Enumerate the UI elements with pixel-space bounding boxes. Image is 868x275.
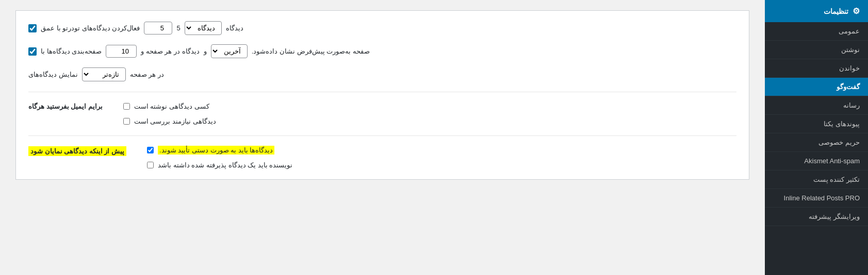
author-approved-row: نویسنده باید یک دیدگاه پذیرفته شده داشته… [147, 161, 292, 169]
paginate-order-select[interactable]: آخرین اول [211, 44, 248, 58]
nested-comments-label: دیدگاه [226, 24, 243, 32]
moderation-checkboxes: دیدگاه‌ها باید به صورت دستی تأیید شوند. … [147, 146, 292, 169]
display-label: نمایش دیدگاه‌های [28, 71, 78, 78]
sidebar-item-writing[interactable]: نوشتن [765, 41, 868, 59]
someone-posts-checkbox[interactable] [123, 103, 130, 110]
paginate-suffix: صفحه به‌صورت پیش‌فرض نشان داده‌شود. [252, 47, 370, 55]
sidebar-item-permalinks[interactable]: پیوندهای یکتا [765, 115, 868, 133]
paginate-and: و [204, 47, 207, 55]
someone-posts-label: کسی دیدگاهی نوشته است [134, 102, 209, 110]
paginate-comments-row: صفحه به‌صورت پیش‌فرض نشان داده‌شود. آخری… [28, 44, 736, 58]
divider-2 [28, 135, 736, 136]
main-content: دیدگاه دیدگاه 5 فعال‌کردن دیدگاه‌های تود… [0, 0, 765, 275]
sidebar: ⚙ تنظیمات عمومینوشتنخواندنگفت‌وگورسانهپی… [765, 0, 868, 275]
gear-icon: ⚙ [853, 6, 860, 16]
moderation-needed-row: دیدگاهی نیازمند بررسی است [123, 117, 216, 125]
display-order-select[interactable]: تازه‌تر قدیمی‌تر [82, 67, 126, 81]
nested-comments-depth: 5 [176, 24, 180, 32]
display-comments-row: در هر صفحه تازه‌تر قدیمی‌تر نمایش دیدگاه… [28, 67, 736, 81]
moderation-section: دیدگاه‌ها باید به صورت دستی تأیید شوند. … [28, 146, 736, 169]
must-approve-label: دیدگاه‌ها باید به صورت دستی تأیید شوند. [158, 146, 274, 154]
sidebar-item-privacy[interactable]: حریم خصوصی [765, 133, 868, 152]
nested-comments-select[interactable]: دیدگاه [185, 21, 222, 35]
divider-1 [28, 92, 736, 92]
sidebar-item-media[interactable]: رسانه [765, 96, 868, 115]
display-per-page: در هر صفحه [130, 71, 164, 78]
nested-comments-checkbox[interactable] [28, 24, 37, 32]
settings-section: دیدگاه دیدگاه 5 فعال‌کردن دیدگاه‌های تود… [15, 10, 749, 180]
moderation-needed-label: دیدگاهی نیازمند بررسی است [134, 117, 216, 125]
sidebar-item-discussion[interactable]: گفت‌وگو [765, 78, 868, 96]
moderation-heading: پیش از اینکه دیدگاهی نمایان شود [28, 146, 126, 156]
email-section: کسی دیدگاهی نوشته است دیدگاهی نیازمند بر… [28, 102, 736, 125]
moderation-needed-checkbox[interactable] [123, 118, 130, 125]
nested-comments-text: فعال‌کردن دیدگاه‌های تودرتو با عمق [41, 24, 140, 32]
author-approved-checkbox[interactable] [147, 162, 154, 168]
sidebar-item-reading[interactable]: خواندن [765, 59, 868, 78]
email-heading: برایم ایمیل بفرستید هرگاه [28, 102, 103, 110]
paginate-checkbox[interactable] [28, 47, 37, 56]
must-approve-text: دیدگاه‌ها باید به صورت دستی تأیید شوند. [158, 146, 274, 154]
paginate-count-input[interactable] [106, 45, 137, 58]
sidebar-item-trickler[interactable]: تکثیر کننده پست [765, 170, 868, 189]
must-approve-checkbox[interactable] [147, 147, 154, 153]
author-approved-label: نویسنده باید یک دیدگاه پذیرفته شده داشته… [158, 161, 292, 169]
paginate-per-page: دیدگاه در هر صفحه و [141, 47, 199, 55]
sidebar-header: ⚙ تنظیمات [765, 0, 868, 22]
nested-comments-row: دیدگاه دیدگاه 5 فعال‌کردن دیدگاه‌های تود… [28, 21, 736, 35]
email-checkboxes: کسی دیدگاهی نوشته است دیدگاهی نیازمند بر… [123, 102, 216, 125]
someone-posts-row: کسی دیدگاهی نوشته است [123, 102, 209, 110]
sidebar-item-advanced[interactable]: ویرایشگر پیشرفته [765, 208, 868, 226]
sidebar-item-akismet[interactable]: Akismet Anti-spam [765, 152, 868, 170]
sidebar-title: تنظیمات [824, 7, 848, 15]
sidebar-item-inline-related[interactable]: Inline Related Posts PRO [765, 189, 868, 208]
paginate-label: صفحه‌بندی دیدگاه‌ها با [41, 47, 102, 55]
must-approve-row: دیدگاه‌ها باید به صورت دستی تأیید شوند. [147, 146, 274, 154]
sidebar-item-general[interactable]: عمومی [765, 22, 868, 41]
nested-comments-depth-input[interactable] [144, 22, 172, 35]
